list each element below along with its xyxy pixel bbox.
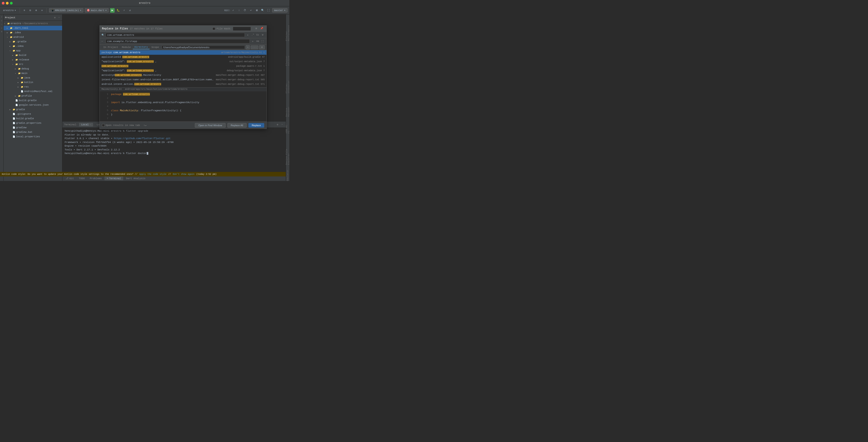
tree-item-gradle[interactable]: ▶ 📁 .gradle xyxy=(4,39,62,44)
device-selector[interactable]: 📱 RMX3265 (mobile) ▾ xyxy=(49,8,84,12)
file-mask-checkbox[interactable] xyxy=(213,27,215,30)
tree-item-profile[interactable]: ▶ 📁 profile xyxy=(4,94,62,98)
dont-show-again-link[interactable]: Don't show again xyxy=(173,173,194,176)
result-row-7[interactable]: intent-filter#action:name:android.intent… xyxy=(100,77,267,82)
scope-more-btn[interactable]: ··· xyxy=(251,46,258,49)
tree-item-gitignore[interactable]: ▶ 📄 .gitignore xyxy=(4,112,62,116)
tree-item-android[interactable]: ▾ 📁 android xyxy=(4,35,62,39)
panel-flutter-inspector[interactable]: Flutter Inspector xyxy=(285,70,289,93)
git-check-icon[interactable]: ✓ xyxy=(231,8,236,13)
scope-directory[interactable]: Directory xyxy=(133,45,150,49)
result-row-8[interactable]: android.intent.action.com.wrteam.erestro… xyxy=(100,82,267,86)
tree-item-gradlewbat[interactable]: ▶ 📄 gradlew.bat xyxy=(4,130,62,135)
tab-terminal[interactable]: ⌨ Terminal xyxy=(104,176,123,180)
result-row-1[interactable]: package com.wrteam.erestro wrteam/erestr… xyxy=(100,50,267,55)
replace-all-btn[interactable]: Replace All xyxy=(227,123,247,127)
device-mirror-icon[interactable]: 🖥 xyxy=(254,8,259,13)
panel-emulator[interactable]: Emulator xyxy=(287,170,289,181)
expand-icon[interactable]: ⛶ xyxy=(266,8,271,13)
expand-replace-btn[interactable]: ⛶ xyxy=(260,39,265,43)
hot-restart-btn[interactable]: ↺ xyxy=(128,8,132,13)
tree-item-java[interactable]: ▶ 📁 java xyxy=(4,76,62,80)
tree-item-gradleprops[interactable]: ▶ 📄 gradle.properties xyxy=(4,121,62,125)
result-row-6[interactable]: activity#com.wrteam.erestro.MainActivity… xyxy=(100,73,267,77)
open-in-find-window-btn[interactable]: Open in Find Window xyxy=(195,123,225,127)
sidebar-commit-icon[interactable]: C xyxy=(0,19,3,22)
result-row-4[interactable]: com.wrteam.erestro package-aware-r.txt 1 xyxy=(100,64,267,68)
minimize-button[interactable] xyxy=(6,2,8,4)
git-push-icon[interactable]: ↑ xyxy=(237,8,241,13)
scope-path-input[interactable] xyxy=(162,46,245,49)
tree-item-build[interactable]: ▶ 📁 build xyxy=(4,53,62,57)
project-menu[interactable]: erestro ▾ xyxy=(2,8,18,12)
sidebar-pull-icon[interactable]: ↕ xyxy=(0,23,3,26)
panel-gear-icon[interactable]: ⚙ xyxy=(53,16,57,20)
tree-item-dart-tool[interactable]: ▶ 📁 .dart_tool xyxy=(4,26,62,30)
debug-btn[interactable]: 🐛 xyxy=(116,8,121,13)
sidebar-structure-icon[interactable]: ≣ xyxy=(0,30,3,33)
terminal-tab-close[interactable]: ✕ xyxy=(90,123,91,126)
tree-item-release[interactable]: ▶ 📁 release xyxy=(4,57,62,62)
branch-selector[interactable]: master ▾ xyxy=(272,8,287,12)
tree-item-main[interactable]: ▾ 📁 main xyxy=(4,71,62,76)
flutter-git-link[interactable]: https://github.com/flutter/flutter.git xyxy=(114,137,170,140)
preserve-case-btn[interactable]: Aa xyxy=(256,39,260,43)
panel-device-manager[interactable]: Device Manager xyxy=(285,98,289,117)
panel-device-explorer[interactable]: Device File Explorer xyxy=(285,138,289,165)
tree-item-gradlew[interactable]: ▶ 📄 gradlew xyxy=(4,125,62,130)
search-icon[interactable]: 🔍 xyxy=(260,8,265,13)
tab-dart[interactable]: Dart Analysis xyxy=(124,177,148,180)
tree-item-buildgradle2[interactable]: ▶ 📄 build.gradle xyxy=(4,116,62,121)
tab-git[interactable]: ⎇ Git xyxy=(63,176,76,180)
scope-scope[interactable]: Scope xyxy=(150,46,161,49)
pin-icon[interactable]: 📌 xyxy=(259,27,264,31)
apply-code-style-link[interactable]: Apply the code style xyxy=(139,173,166,176)
tree-item-debug[interactable]: ▶ 📁 debug xyxy=(4,66,62,71)
search-input[interactable] xyxy=(105,33,245,37)
terminal-close-icon[interactable]: − xyxy=(280,123,284,126)
close-panel-btn[interactable]: ✕ xyxy=(40,8,44,13)
tree-item-kotlin[interactable]: ▶ 📁 kotlin xyxy=(4,80,62,85)
result-row-2[interactable]: applicationId com.wrteam.erestro android… xyxy=(100,55,267,59)
panel-adb-wifi[interactable]: ADB Wi-Fi xyxy=(285,121,289,134)
git-undo-icon[interactable]: ↩ xyxy=(249,8,253,13)
clear-replace-btn[interactable]: ✕ xyxy=(251,39,255,43)
tree-root-item[interactable]: ▾ 📁 erestro ~/Documents/erestro xyxy=(4,21,62,26)
run-button[interactable]: ▶ xyxy=(110,8,115,13)
view-options-btn[interactable]: ≡ xyxy=(22,8,27,13)
case-btn[interactable]: Cc xyxy=(256,33,260,37)
scope-dropdown-btn[interactable]: ▾ xyxy=(246,45,250,49)
tree-item-idea[interactable]: ▶ 📁 .idea xyxy=(4,30,62,35)
tree-item-gradle2[interactable]: ▶ 📁 gradle xyxy=(4,107,62,112)
open-new-tab-checkbox[interactable] xyxy=(102,124,105,127)
tree-item-buildgradle[interactable]: ▶ 📄 build.gradle xyxy=(4,98,62,103)
scope-inproject[interactable]: In Project xyxy=(101,46,120,49)
result-row-5[interactable]: "applicationId": com.wrteam.erestro , de… xyxy=(100,68,267,73)
collapse-btn[interactable]: ⊟ xyxy=(28,8,33,13)
replace-input[interactable] xyxy=(105,39,250,43)
tree-item-app[interactable]: ▾ 📁 app xyxy=(4,49,62,53)
tree-item-androidmanifest[interactable]: ▶ 📄 AndroidManifest.xml xyxy=(4,89,62,94)
git-history-icon[interactable]: ⏱ xyxy=(243,8,247,13)
tree-item-src[interactable]: ▾ 📁 src xyxy=(4,62,62,66)
file-mask-input[interactable] xyxy=(233,27,251,31)
maximize-button[interactable] xyxy=(10,2,13,4)
panel-flutter-outline[interactable]: Flutter Outline xyxy=(285,46,289,66)
terminal-tab-local[interactable]: Local ✕ xyxy=(79,123,93,126)
tab-problems[interactable]: Problems xyxy=(88,177,104,180)
scope-grid-btn[interactable]: ⊞ xyxy=(259,45,265,49)
scope-module[interactable]: Module xyxy=(120,46,133,49)
tree-item-localprops[interactable]: ▶ 📄 local.properties xyxy=(4,135,62,139)
word-btn[interactable]: W xyxy=(260,33,265,37)
tab-todo[interactable]: TODO xyxy=(76,177,87,180)
file-selector[interactable]: 🎯 main.dart ▾ xyxy=(85,8,109,12)
close-button[interactable] xyxy=(2,2,4,4)
replace-btn[interactable]: Replace xyxy=(248,123,264,127)
sidebar-favorites-icon[interactable]: ★ xyxy=(0,26,3,29)
terminal-settings-icon[interactable]: ⚙ xyxy=(276,123,279,126)
tree-item-googleservices[interactable]: ▶ 📄 google-services.json xyxy=(4,103,62,107)
result-row-3[interactable]: "applicationId": com.wrteam.erestro , ou… xyxy=(100,59,267,64)
settings-btn[interactable]: ⚙ xyxy=(34,8,38,13)
panel-flutter-perf[interactable]: Flutter Performance xyxy=(285,16,289,41)
filter-icon[interactable]: ⊞ xyxy=(254,27,258,31)
